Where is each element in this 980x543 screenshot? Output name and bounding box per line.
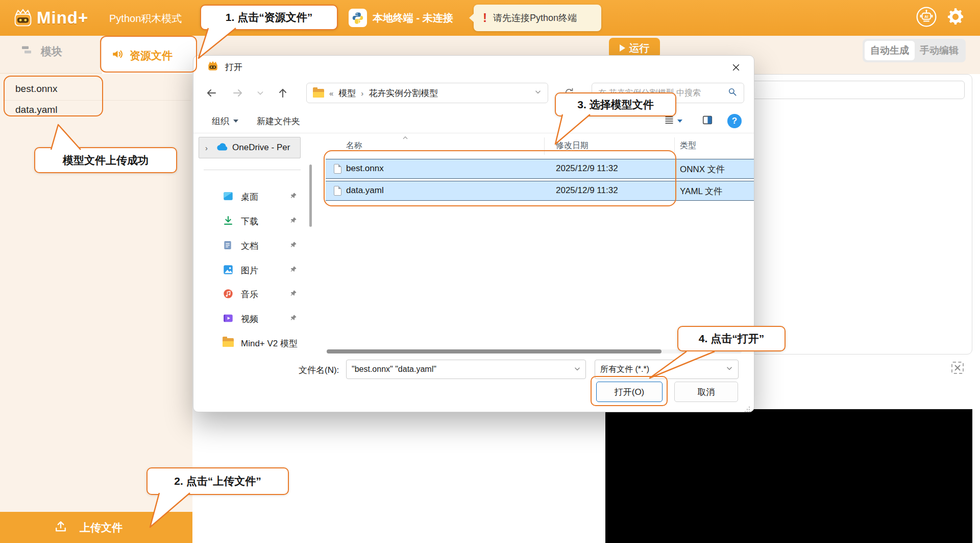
codegen-mode-toggle: 自动生成 手动编辑 <box>863 39 966 62</box>
breadcrumb-models[interactable]: 模型 <box>338 87 356 99</box>
navpane-label: 下载 <box>241 216 258 227</box>
pictures-icon <box>223 264 234 277</box>
column-header-name[interactable]: 名称 <box>346 140 362 151</box>
python-logo-icon <box>349 9 367 27</box>
file-icon <box>334 164 341 174</box>
pin-icon <box>290 314 297 323</box>
folder-icon <box>223 338 234 347</box>
music-icon <box>223 288 234 301</box>
downloads-icon <box>223 215 234 228</box>
navpane-pictures[interactable]: 图片 <box>193 263 308 277</box>
close-icon[interactable] <box>727 60 745 75</box>
navpane-label: 文档 <box>241 240 258 252</box>
tab-manual-edit[interactable]: 手动编辑 <box>915 41 964 60</box>
file-row-best-onnx[interactable]: best.onnx 2025/12/9 11:32 ONNX 文件 <box>326 159 754 179</box>
brand-name[interactable]: Mind+ <box>37 8 88 28</box>
upload-icon <box>53 520 68 536</box>
warning-text: 请先连接Python终端 <box>493 12 577 24</box>
breadcrumb-collapse[interactable]: « <box>329 89 333 98</box>
mindplus-logo-icon <box>12 7 34 31</box>
modules-label: 模块 <box>41 44 62 59</box>
up-icon[interactable] <box>274 84 291 102</box>
forward-icon[interactable] <box>229 84 247 102</box>
new-folder-button[interactable]: 新建文件夹 <box>257 114 300 128</box>
navpane-label: 图片 <box>241 265 258 276</box>
app-topbar: Mind+ Python积木模式 本地终端 - 未连接 ! 请先连接Python… <box>0 0 980 36</box>
navpane-desktop[interactable]: 桌面 <box>193 190 308 204</box>
help-icon: ? <box>727 114 742 128</box>
desktop-icon <box>223 191 234 204</box>
divider <box>0 73 102 74</box>
caret-down-icon <box>233 120 238 123</box>
recent-locations-icon[interactable] <box>252 84 269 102</box>
pin-icon <box>290 241 297 250</box>
navpane-downloads[interactable]: 下载 <box>193 214 308 228</box>
horizontal-scrollbar[interactable] <box>327 349 662 353</box>
file-type: YAML 文件 <box>680 185 722 197</box>
navpane-scrollbar[interactable] <box>309 164 312 227</box>
mode-label[interactable]: Python积木模式 <box>109 12 182 26</box>
navpane-onedrive[interactable]: › OneDrive - Per <box>199 137 301 158</box>
chevron-right-icon[interactable]: › <box>205 144 208 152</box>
terminal-status[interactable]: 本地终端 - 未连接 <box>373 11 453 25</box>
column-header-type[interactable]: 类型 <box>680 140 696 151</box>
preview-pane-button[interactable] <box>702 114 713 128</box>
warning-exclamation-icon: ! <box>483 11 487 25</box>
upload-label: 上传文件 <box>80 521 122 535</box>
tab-auto-generate[interactable]: 自动生成 <box>865 41 915 60</box>
address-bar[interactable]: « 模型 › 花卉实例分割模型 <box>306 83 548 103</box>
play-icon <box>620 44 625 52</box>
new-folder-label: 新建文件夹 <box>257 115 300 127</box>
navpane-label: 桌面 <box>241 191 258 203</box>
resources-label: 资源文件 <box>130 49 173 63</box>
camera-stage <box>605 409 972 543</box>
navpane-videos[interactable]: 视频 <box>193 312 308 326</box>
dialog-titlebar[interactable]: 打开 <box>193 56 754 78</box>
chevron-down-icon <box>726 365 733 374</box>
divider <box>204 170 301 170</box>
open-button[interactable]: 打开(O) <box>596 382 663 402</box>
filename-input[interactable] <box>346 360 586 379</box>
documents-icon <box>223 240 233 253</box>
mindplus-app-icon <box>207 60 219 74</box>
upload-file-button[interactable]: 上传文件 <box>0 512 192 543</box>
file-icon <box>334 186 341 196</box>
navpane-label: 视频 <box>241 313 258 325</box>
organize-menu[interactable]: 组织 <box>212 114 238 128</box>
divider <box>3 100 191 101</box>
column-divider[interactable] <box>544 137 545 155</box>
resource-file-data-yaml[interactable]: data.yaml <box>15 104 57 115</box>
cancel-button[interactable]: 取消 <box>674 382 738 402</box>
settings-gear-icon[interactable] <box>945 7 966 29</box>
navpane-music[interactable]: 音乐 <box>193 287 308 301</box>
preview-pane-icon <box>702 114 713 128</box>
file-type: ONNX 文件 <box>680 163 725 175</box>
sort-ascending-icon <box>402 133 409 143</box>
file-row-data-yaml[interactable]: data.yaml 2025/12/9 11:32 YAML 文件 <box>326 181 754 201</box>
sidebar-tab-resources[interactable]: 资源文件 <box>102 37 197 74</box>
address-dropdown-icon[interactable] <box>534 88 542 98</box>
filename-dropdown-icon[interactable] <box>574 365 581 374</box>
help-button[interactable]: ? <box>727 114 742 128</box>
file-name: best.onnx <box>346 163 384 174</box>
resize-grip[interactable] <box>744 405 750 414</box>
breadcrumb-separator: › <box>361 89 363 98</box>
list-view-icon <box>664 115 674 128</box>
navpane-mindplus-models[interactable]: Mind+ V2 模型 <box>193 336 308 350</box>
resource-file-best-onnx[interactable]: best.onnx <box>15 83 57 95</box>
breadcrumb-current-folder[interactable]: 花卉实例分割模型 <box>369 87 438 99</box>
clear-selection-icon[interactable] <box>951 362 964 374</box>
column-divider[interactable] <box>674 137 675 155</box>
ai-assistant-icon[interactable]: AI <box>916 6 937 30</box>
sidebar-tab-modules[interactable]: 模块 <box>20 44 62 59</box>
dialog-title: 打开 <box>225 61 242 73</box>
navpane-documents[interactable]: 文档 <box>193 239 308 253</box>
column-header-date[interactable]: 修改日期 <box>556 140 589 151</box>
back-icon[interactable] <box>203 84 220 102</box>
onedrive-cloud-icon <box>215 141 228 154</box>
speaker-icon <box>111 48 125 63</box>
filetype-value: 所有文件 (*.*) <box>600 364 649 375</box>
filetype-select[interactable]: 所有文件 (*.*) <box>595 360 739 379</box>
search-icon[interactable] <box>727 87 738 99</box>
folder-icon <box>313 89 324 98</box>
